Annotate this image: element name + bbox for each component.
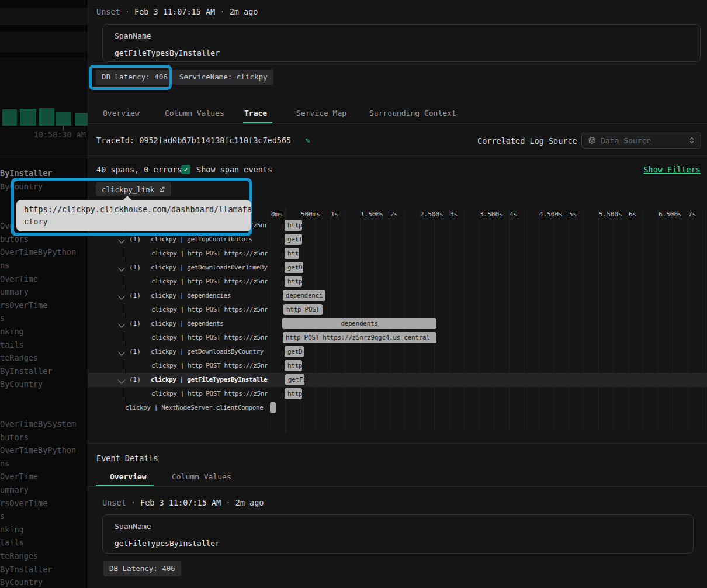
span-row[interactable]: clickpy | http POST https://z5nrzhttp [88, 387, 707, 401]
span-duration-bar[interactable]: http [285, 360, 302, 371]
tab-surrounding-context[interactable]: Surrounding Context [369, 109, 456, 117]
tree-guide-line [124, 331, 124, 345]
divider [0, 158, 88, 158]
span-name-key: SpanName [115, 32, 688, 40]
show-span-events-checkbox[interactable] [181, 165, 190, 174]
layers-icon [588, 136, 596, 144]
waterfall-rows: clickpy | http POST https://z5nrzhttp(1)… [88, 219, 707, 415]
background-list-item: ns [0, 458, 9, 469]
trace-id: TraceId: 0952fad0b67b114138fc110f3c7ed56… [96, 136, 291, 145]
span-label: clickpy | getFileTypesByInstaller [151, 373, 268, 387]
span-track [268, 401, 707, 415]
span-duration-bar[interactable]: getD [285, 262, 303, 273]
chart-time-label: 10:58:30 AM [34, 130, 86, 139]
span-label: clickpy | http POST https://z5nrz [151, 331, 268, 345]
background-list-item: rsOverTime [0, 498, 47, 509]
background-list-item: ummary [0, 485, 29, 495]
ed-active-tab-underline [96, 485, 154, 486]
chevron-down-icon[interactable] [118, 237, 124, 243]
span-track: http [268, 359, 707, 373]
ed-tab-column-values[interactable]: Column Values [172, 472, 231, 481]
span-track: http POST https://z5nrz9qgc4.us-central [268, 331, 707, 345]
span-row[interactable]: (1)clickpy | dependenciesdependenci [88, 289, 707, 303]
data-source-select[interactable]: Data Source [581, 132, 701, 149]
span-track: getD [268, 345, 707, 359]
span-duration-bar[interactable]: getD [285, 346, 304, 357]
service-name-badge[interactable]: ServiceName: clickpy [174, 70, 273, 85]
background-list-item: ns [0, 260, 9, 271]
span-row[interactable]: (1)clickpy | dependentsdependents [88, 317, 707, 331]
span-name-value: getFileTypesByInstaller [115, 49, 688, 57]
db-latency-badge[interactable]: DB Latency: 406 [96, 70, 174, 85]
span-duration-bar[interactable]: http POST [283, 304, 323, 315]
data-source-placeholder: Data Source [601, 136, 684, 145]
span-row-name: clickpy | http POST https://z5nrz [88, 359, 268, 373]
correlated-log-source-label: Correlated Log Source [477, 136, 577, 146]
event-details-tabs: Overview Column Values [88, 469, 707, 487]
span-row[interactable]: clickpy | http POST https://z5nrzhtt [88, 247, 707, 261]
span-duration-bar[interactable] [270, 402, 276, 413]
time-axis-tick: 3.500s [480, 210, 503, 218]
span-duration-bar[interactable]: getT [285, 234, 302, 245]
span-duration-bar[interactable]: http POST https://z5nrz9qgc4.us-central [283, 332, 436, 343]
span-duration-bar[interactable]: dependents [282, 318, 436, 329]
chevron-down-icon[interactable] [118, 349, 124, 355]
span-duration-bar[interactable]: htt [285, 248, 299, 259]
time-axis-tick: 2s [390, 210, 398, 218]
span-row[interactable]: clickpy | http POST https://z5nrzhttp [88, 359, 707, 373]
ed-tab-overview[interactable]: Overview [110, 472, 147, 481]
tree-guide-line [124, 275, 124, 289]
time-axis-tick: 2.500s [420, 210, 443, 218]
edit-pencil-icon[interactable]: ✎ [305, 136, 310, 145]
background-list-item: tails [0, 537, 24, 548]
span-label: clickpy | NextNodeServer.clientCompone [125, 401, 263, 415]
span-row[interactable]: clickpy | http POST https://z5nrzhttp PO… [88, 331, 707, 345]
tab-column-values[interactable]: Column Values [165, 109, 224, 117]
time-axis-tick: 1s [331, 210, 338, 218]
chevron-down-icon[interactable] [118, 321, 124, 327]
time-axis-tick: 5.500s [599, 210, 622, 218]
span-duration-bar[interactable]: http [285, 388, 302, 399]
ed-db-latency-badge[interactable]: DB Latency: 406 [103, 561, 181, 576]
span-row[interactable]: (1)clickpy | getTopContributorsgetT [88, 233, 707, 247]
span-row[interactable]: clickpy | NextNodeServer.clientCompone [88, 401, 707, 415]
background-list-item: teRanges [0, 551, 38, 561]
chevron-down-icon[interactable] [118, 265, 124, 271]
chevron-down-icon[interactable] [118, 377, 124, 383]
span-row[interactable]: (1)clickpy | getDownloadsByCountrygetD [88, 345, 707, 359]
span-row[interactable]: clickpy | http POST https://z5nrzhttp [88, 275, 707, 289]
background-list-item: butors [0, 234, 29, 244]
background-list-item: tails [0, 340, 24, 350]
span-row[interactable]: (1)clickpy | getDownloadsOverTimeBySgetD [88, 261, 707, 275]
span-track: http POST [268, 303, 707, 317]
event-details-title: Event Details [96, 454, 158, 463]
clickpy-link-button[interactable]: clickpy_link [96, 182, 171, 196]
child-count: (1) [129, 233, 141, 247]
mini-chart-bar [2, 109, 17, 126]
mini-chart-bar [39, 108, 54, 126]
tab-service-map[interactable]: Service Map [296, 109, 346, 117]
time-axis-tick: 6s [629, 210, 636, 218]
tab-trace[interactable]: Trace [244, 109, 267, 117]
span-label: clickpy | http POST https://z5nrz [151, 387, 268, 401]
span-row-name: (1)clickpy | getFileTypesByInstaller [88, 373, 268, 387]
child-count: (1) [129, 289, 141, 303]
span-duration-bar[interactable]: dependenci [283, 290, 325, 301]
span-duration-bar[interactable]: http [285, 276, 302, 287]
span-row[interactable]: (1)clickpy | getFileTypesByInstallergetF… [88, 373, 707, 387]
tree-guide-line [124, 387, 124, 401]
ed-span-name-key: SpanName [115, 522, 681, 531]
span-track: getFi [268, 373, 707, 387]
span-row-name: (1)clickpy | dependents [88, 317, 268, 331]
show-filters-link[interactable]: Show Filters [643, 165, 701, 174]
chevron-down-icon[interactable] [118, 293, 124, 299]
span-row[interactable]: clickpy | http POST https://z5nrzhttp PO… [88, 303, 707, 317]
span-duration-bar[interactable]: http [285, 220, 302, 231]
background-list-item: OverTime [0, 274, 38, 284]
background-row-stripe [0, 25, 88, 31]
tab-overview[interactable]: Overview [103, 109, 140, 117]
tree-guide-line [124, 247, 124, 261]
span-count-summary: 40 spans, 0 errors [96, 165, 182, 174]
time-axis-tick: 0ms [271, 210, 283, 218]
span-duration-bar[interactable]: getFi [285, 374, 304, 385]
